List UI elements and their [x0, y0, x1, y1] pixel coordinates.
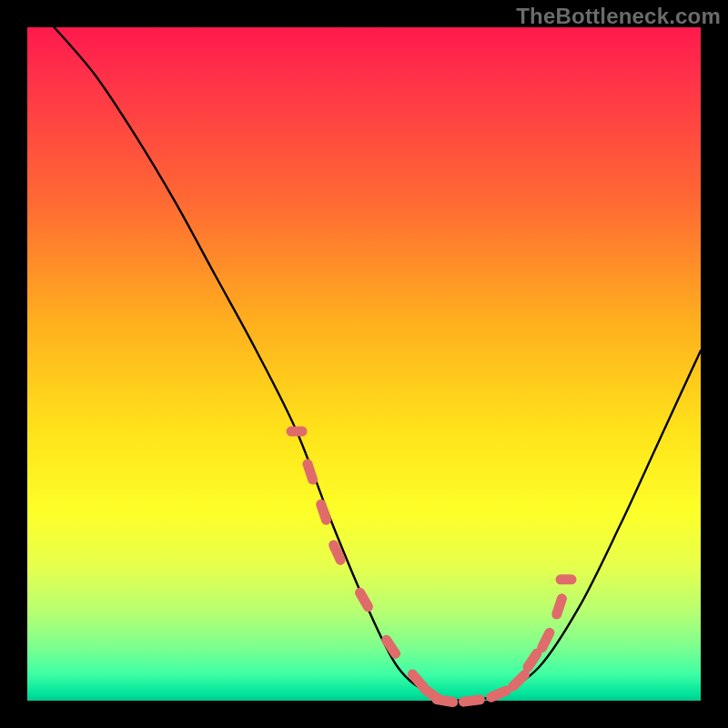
valley-marker: [528, 653, 537, 667]
valley-marker: [557, 599, 562, 614]
valley-marker: [334, 545, 341, 560]
valley-marker: [463, 700, 480, 702]
curve-layer: [27, 27, 701, 701]
valley-marker: [437, 700, 453, 703]
plot-area: [27, 27, 701, 701]
valley-marker: [491, 691, 507, 697]
valley-marker: [308, 464, 313, 480]
chart-stage: TheBottleneck.com: [0, 0, 728, 728]
valley-marker: [542, 632, 550, 647]
valley-marker: [513, 674, 525, 686]
valley-marker: [321, 504, 327, 520]
valley-marker: [360, 592, 369, 607]
watermark-label: TheBottleneck.com: [516, 4, 721, 29]
bottleneck-curve: [55, 27, 701, 701]
valley-markers: [291, 431, 571, 702]
